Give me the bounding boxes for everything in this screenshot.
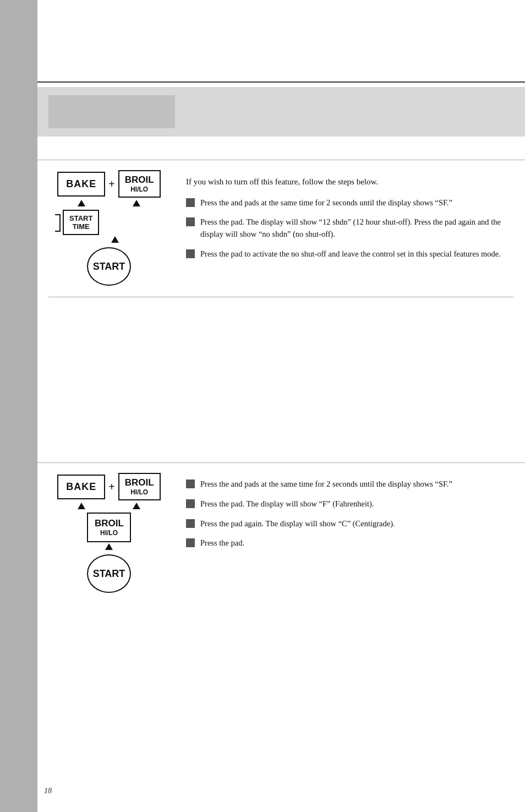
- broil2-main: BROIL: [95, 518, 123, 529]
- bake-triangle: [78, 200, 85, 206]
- section2-content: BAKE + BROIL HI/LO BROIL HI/LO: [37, 473, 525, 593]
- broil-triangle-2: [133, 503, 140, 509]
- left-bracket: [53, 213, 61, 232]
- step2-text-3: Press the pad again. The display will sh…: [200, 518, 395, 530]
- broil-sub-label: HI/LO: [125, 186, 154, 193]
- bake-button[interactable]: BAKE: [57, 172, 105, 197]
- plus-sign: +: [108, 178, 114, 190]
- section1: BAKE + BROIL HI/LO STAR: [37, 160, 525, 297]
- step2-text-1: Press the and pads at the same time for …: [200, 478, 452, 491]
- top-button-row: BAKE + BROIL HI/LO: [48, 170, 169, 198]
- broil-main-label-2: BROIL: [125, 477, 154, 488]
- step-bullet-3: [186, 249, 195, 258]
- broil-hilo-button-2[interactable]: BROIL HI/LO: [118, 473, 161, 500]
- top-rule: [37, 81, 525, 83]
- step2-text-2: Press the pad. The display will show “F”…: [200, 498, 374, 510]
- broil2-sub: HI/LO: [95, 529, 123, 537]
- step-list-2: Press the and pads at the same time for …: [186, 478, 514, 549]
- step2-bullet-1: [186, 479, 195, 488]
- bake-button-2[interactable]: BAKE: [57, 475, 105, 499]
- bracket-bot: [55, 231, 61, 232]
- step2-item-2: Press the pad. The display will show “F”…: [186, 498, 514, 510]
- bracket-vert: [59, 215, 61, 231]
- broil-triangle: [133, 200, 140, 206]
- section1-top-rule: [37, 160, 525, 160]
- section1-bottom-rule: [48, 297, 514, 297]
- start-oval-button-2[interactable]: START: [87, 554, 131, 593]
- broil-hilo-2-wrapper: BROIL HI/LO: [48, 513, 169, 542]
- bake-triangle-2: [78, 503, 85, 509]
- step2-bullet-2: [186, 499, 195, 508]
- start-time-line1: START: [69, 214, 92, 222]
- step-bullet-2: [186, 217, 195, 226]
- start-time-triangle: [111, 236, 119, 243]
- step2-item-3: Press the pad again. The display will sh…: [186, 518, 514, 530]
- step-item-1: Press the and pads at the same time for …: [186, 197, 514, 209]
- step2-item-4: Press the pad.: [186, 537, 514, 549]
- step-list-1: Press the and pads at the same time for …: [186, 197, 514, 260]
- top-triangles-2: [48, 503, 169, 509]
- start-time-button[interactable]: START TIME: [63, 210, 99, 235]
- step-text-1: Press the and pads at the same time for …: [200, 197, 452, 209]
- broil-hilo-button-lg[interactable]: BROIL HI/LO: [87, 513, 131, 542]
- section1-content: BAKE + BROIL HI/LO STAR: [37, 170, 525, 286]
- section2-top-rule: [37, 462, 525, 463]
- plus-sign-2: +: [108, 481, 114, 493]
- top-button-row-2: BAKE + BROIL HI/LO: [48, 473, 169, 500]
- start-oval-button[interactable]: START: [87, 247, 131, 286]
- section2: BAKE + BROIL HI/LO BROIL HI/LO: [37, 462, 525, 593]
- step-bullet-1: [186, 198, 195, 207]
- header-box-inner: [48, 95, 175, 128]
- sidebar: [0, 0, 37, 812]
- intro-paragraph: If you wish to turn off this feature, fo…: [186, 176, 514, 188]
- top-triangles: [48, 200, 169, 206]
- header-box: [37, 87, 525, 137]
- button-cluster-2: BAKE + BROIL HI/LO BROIL HI/LO: [48, 473, 169, 593]
- section1-text: If you wish to turn off this feature, fo…: [186, 170, 514, 268]
- step-text-3: Press the pad to activate the no shut-of…: [200, 248, 501, 260]
- step-item-3: Press the pad to activate the no shut-of…: [186, 248, 514, 260]
- step-item-2: Press the pad. The display will show “12…: [186, 216, 514, 241]
- start-time-line2: TIME: [73, 222, 90, 231]
- button-cluster-1: BAKE + BROIL HI/LO STAR: [48, 170, 169, 286]
- broil-main-label: BROIL: [125, 175, 154, 186]
- step2-item-1: Press the and pads at the same time for …: [186, 478, 514, 491]
- step2-text-4: Press the pad.: [200, 537, 244, 549]
- page-number: 18: [44, 787, 52, 795]
- step2-bullet-3: [186, 519, 195, 528]
- step-text-2: Press the pad. The display will show “12…: [200, 216, 514, 241]
- broil2-triangle-row: [48, 543, 169, 550]
- broil-sub-label-2: HI/LO: [125, 488, 154, 496]
- section2-text: Press the and pads at the same time for …: [186, 473, 514, 557]
- start-time-triangle-row: [61, 236, 169, 243]
- broil-hilo-button[interactable]: BROIL HI/LO: [118, 170, 161, 198]
- start-time-row: START TIME: [53, 210, 169, 235]
- broil2-triangle: [105, 543, 113, 550]
- step2-bullet-4: [186, 538, 195, 547]
